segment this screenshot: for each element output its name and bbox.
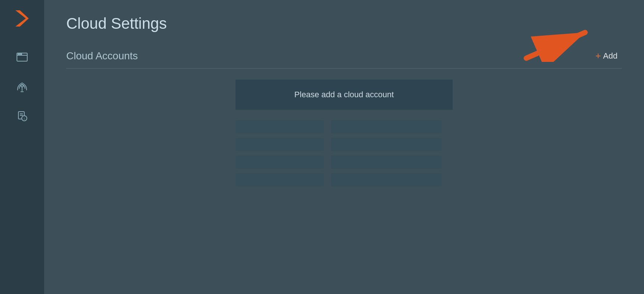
section-divider — [66, 68, 622, 69]
skeleton-block — [236, 138, 324, 151]
svg-line-15 — [526, 32, 585, 58]
plus-icon: + — [595, 50, 601, 62]
section-title: Cloud Accounts — [66, 50, 138, 62]
svg-point-5 — [21, 54, 22, 55]
empty-state-message: Please add a cloud account — [294, 90, 394, 99]
svg-point-4 — [20, 54, 20, 55]
page-title: Cloud Settings — [66, 15, 622, 32]
skeleton-row — [236, 138, 453, 151]
svg-marker-0 — [15, 10, 29, 27]
sidebar: i — [0, 0, 44, 294]
skeleton-block — [236, 120, 324, 133]
skeleton-row — [236, 155, 453, 169]
empty-state-box: Please add a cloud account — [236, 80, 453, 110]
skeleton-row — [236, 120, 453, 133]
skeleton-block — [236, 173, 324, 186]
skeleton-block — [331, 120, 442, 133]
skeleton-block — [236, 155, 324, 169]
skeleton-block — [331, 138, 442, 151]
svg-text:i: i — [24, 117, 25, 120]
sidebar-item-documents[interactable]: i — [7, 103, 37, 129]
skeleton-block — [331, 155, 442, 169]
app-logo[interactable] — [11, 7, 33, 29]
sidebar-item-dashboard[interactable] — [7, 44, 37, 70]
sidebar-item-signal[interactable] — [7, 74, 37, 99]
main-content: Cloud Settings Cloud Accounts + Add Plea… — [44, 0, 644, 294]
skeleton-row — [236, 173, 453, 186]
add-button-label: Add — [603, 51, 618, 61]
sidebar-nav: i — [0, 44, 44, 129]
skeleton-block — [331, 173, 442, 186]
content-area: Please add a cloud account — [66, 80, 622, 186]
section-header: Cloud Accounts + Add — [66, 47, 622, 64]
svg-point-3 — [18, 54, 19, 55]
skeleton-rows — [236, 120, 453, 186]
add-account-button[interactable]: + Add — [591, 47, 622, 64]
